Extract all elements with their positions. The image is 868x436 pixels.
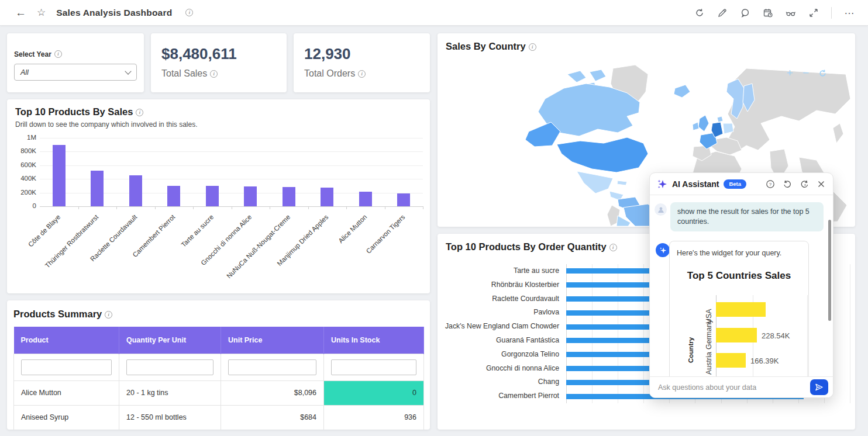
- map-region-alaska[interactable]: [525, 122, 560, 147]
- x-axis-tick: [78, 206, 79, 209]
- map-info-icon[interactable]: i: [529, 43, 536, 51]
- year-dropdown[interactable]: All: [14, 64, 137, 81]
- table-filter-row: [14, 354, 424, 380]
- x-axis-label: NuNuCa Nuß-Nougat-Creme: [212, 213, 291, 293]
- map-zoom-out-icon[interactable]: −: [802, 68, 809, 78]
- ai-question-input[interactable]: [658, 383, 810, 392]
- sales-bar[interactable]: [397, 193, 410, 206]
- schedule-calendar-icon[interactable]: [763, 8, 773, 18]
- column-filter-input[interactable]: [126, 359, 213, 375]
- map-region-denmark[interactable]: [717, 116, 723, 122]
- fullscreen-icon[interactable]: [808, 8, 819, 18]
- title-info-icon[interactable]: i: [185, 9, 193, 16]
- view-glasses-icon[interactable]: [786, 8, 796, 18]
- edit-pencil-icon[interactable]: [717, 8, 728, 18]
- select-year-info-icon[interactable]: i: [54, 50, 62, 58]
- sales-bar[interactable]: [129, 175, 142, 206]
- column-header[interactable]: Quantity Per Unit: [119, 327, 221, 354]
- table-row: Aniseed Syrup12 - 550 ml bottles$684936: [14, 405, 424, 430]
- gridline: [850, 264, 850, 403]
- sales-bar[interactable]: [167, 186, 180, 206]
- category-label: Gnocchi di nonna Alice: [438, 364, 559, 372]
- column-header[interactable]: Unit Price: [221, 327, 324, 354]
- mini-category-label: Austria: [705, 346, 713, 375]
- order-quantity-bar[interactable]: [566, 338, 660, 343]
- ai-chat-area: show me the result for sales for the top…: [650, 195, 833, 376]
- mini-bar-value-label: 228.54K: [762, 331, 790, 340]
- x-axis-tick: [423, 206, 423, 209]
- sales-bar[interactable]: [283, 187, 295, 206]
- map-region-default[interactable]: [833, 123, 843, 143]
- order-quantity-bar[interactable]: [566, 352, 662, 357]
- map-region-mexico[interactable]: [577, 171, 613, 193]
- favorite-star-icon[interactable]: ☆: [37, 6, 46, 19]
- x-axis-label: Raclette Courdavault: [58, 213, 138, 293]
- column-header[interactable]: Product: [14, 327, 119, 354]
- map-region-archipelago[interactable]: [567, 71, 586, 82]
- table-cell: Alice Mutton: [14, 380, 119, 405]
- x-axis-label: Thüringer Rostbratwurst: [20, 213, 100, 293]
- total-orders-info-icon[interactable]: i: [358, 70, 366, 78]
- map-region-caribbean[interactable]: [617, 181, 627, 185]
- total-orders-label: Total Orders: [304, 68, 355, 78]
- column-filter-input[interactable]: [228, 359, 316, 375]
- mini-chart-bar[interactable]: [716, 328, 757, 342]
- map-region-usa[interactable]: [557, 137, 648, 172]
- order-quantity-bar[interactable]: [566, 268, 654, 274]
- column-filter-input[interactable]: [331, 359, 416, 375]
- mini-chart-plot: CountryUSAGermany228.54KAustria166.39K: [670, 293, 808, 376]
- map-region-uk[interactable]: [698, 115, 709, 132]
- map-region-archipelago[interactable]: [590, 70, 606, 81]
- ai-history-icon[interactable]: [800, 179, 809, 189]
- sales-bar[interactable]: [359, 192, 372, 206]
- map-region-default[interactable]: [728, 68, 850, 151]
- sales-chart-info-icon[interactable]: i: [136, 109, 143, 116]
- map-zoom-in-icon[interactable]: +: [787, 68, 793, 78]
- order-quantity-bar[interactable]: [566, 324, 659, 330]
- ai-panel-scrollbar[interactable]: [828, 220, 831, 321]
- total-sales-info-icon[interactable]: i: [210, 70, 218, 78]
- x-axis-tick: [385, 206, 385, 209]
- column-header[interactable]: Units In Stock: [324, 327, 424, 354]
- map-region-ireland[interactable]: [693, 122, 699, 130]
- x-axis-tick: [346, 206, 347, 209]
- sales-bar[interactable]: [53, 145, 66, 206]
- total-orders-value: 12,930: [304, 45, 430, 63]
- order-quantity-info-icon[interactable]: i: [609, 244, 617, 251]
- products-summary-title: Products Summary: [13, 309, 102, 319]
- ai-input-row: [650, 376, 833, 397]
- order-quantity-bar[interactable]: [566, 296, 656, 302]
- mini-chart-bar[interactable]: [716, 302, 766, 317]
- sales-bar[interactable]: [321, 188, 333, 206]
- back-icon[interactable]: ←: [15, 6, 26, 19]
- map-reset-icon[interactable]: [818, 69, 827, 78]
- category-label: Tarte au sucre: [438, 267, 559, 275]
- x-axis-label: Tarte au sucre: [135, 213, 215, 293]
- column-filter-input[interactable]: [21, 359, 112, 375]
- products-summary-info-icon[interactable]: i: [105, 311, 112, 319]
- ai-help-icon[interactable]: ?: [766, 179, 775, 189]
- mini-chart-bar[interactable]: [716, 353, 746, 368]
- sales-bar[interactable]: [244, 186, 257, 206]
- more-options-icon[interactable]: …: [844, 8, 855, 18]
- sales-bar[interactable]: [206, 186, 219, 206]
- table-cell: 12 - 550 ml bottles: [119, 405, 221, 430]
- refresh-icon[interactable]: [694, 8, 705, 18]
- order-quantity-bar[interactable]: [566, 310, 658, 316]
- products-summary-card: Products Summaryi ProductQuantity Per Un…: [7, 300, 430, 430]
- comment-icon[interactable]: [740, 8, 750, 18]
- category-label: Raclette Courdavault: [438, 295, 559, 303]
- table-header-row: ProductQuantity Per UnitUnit PriceUnits …: [14, 327, 424, 354]
- sales-chart-plot: 0200K400K600K800K1MCôte de BlayeThüringe…: [40, 138, 423, 206]
- sales-chart-title: Top 10 Products By Sales: [15, 106, 133, 117]
- toolbar-divider: [831, 7, 832, 19]
- sales-bar[interactable]: [91, 171, 104, 206]
- table-cell: 0: [324, 380, 424, 405]
- map-region-iceland[interactable]: [674, 85, 690, 98]
- ai-close-icon[interactable]: [817, 179, 826, 189]
- ai-send-button[interactable]: [810, 379, 828, 395]
- order-quantity-bar[interactable]: [566, 282, 655, 288]
- ai-undo-icon[interactable]: [783, 179, 792, 189]
- products-table: ProductQuantity Per UnitUnit PriceUnits …: [13, 327, 424, 430]
- top-bar: ← ☆ Sales Analysis Dashboard i: [0, 0, 868, 26]
